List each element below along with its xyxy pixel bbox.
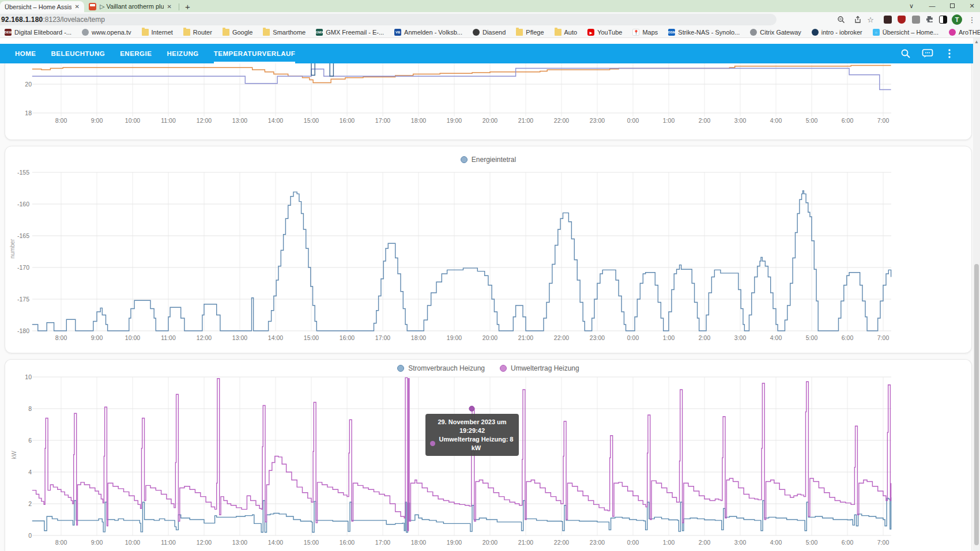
window-minimize-button[interactable]: —	[924, 1, 940, 10]
y-axis-title: kW	[11, 451, 17, 459]
svg-text:7:00: 7:00	[877, 334, 889, 341]
browser-tab-home-assistant[interactable]: Übersicht – Home Assistant ✕	[0, 1, 84, 12]
zoom-icon[interactable]	[835, 14, 847, 25]
tab-energie[interactable]: ENERGIE	[120, 44, 152, 63]
bookmark-label: Digital Eliteboard -...	[14, 29, 71, 36]
bookmark-item[interactable]: DEBDigital Eliteboard -...	[5, 29, 71, 36]
tab-title: ▷ Vaillant arotherm plus VWL 3	[100, 3, 164, 10]
svg-text:1:00: 1:00	[663, 117, 675, 124]
svg-text:18: 18	[25, 110, 32, 116]
svg-text:11:00: 11:00	[161, 117, 176, 124]
bookmark-item[interactable]: AroTHERM plus VW...	[949, 29, 980, 36]
svg-text:3:00: 3:00	[734, 117, 747, 124]
legend-item-umweltertrag[interactable]: Umweltertrag Heizung	[500, 364, 579, 372]
bookmark-item[interactable]: GMXGMX Freemail - E-...	[316, 29, 384, 36]
bookmark-item[interactable]: Pflege	[516, 29, 544, 36]
bookmark-item[interactable]: ⌂Übersicht – Home...	[873, 29, 938, 36]
tab-temperaturverlauf[interactable]: TEMPERATURVERLAUF	[214, 44, 296, 63]
window-chevron-icon[interactable]: ∨	[903, 1, 919, 10]
svg-text:22:00: 22:00	[554, 117, 569, 124]
bookmark-label: intro - iobroker	[821, 29, 862, 36]
svg-text:6:00: 6:00	[842, 334, 854, 341]
bookmark-item[interactable]: 📍Maps	[632, 29, 658, 36]
svg-text:18:00: 18:00	[411, 117, 426, 124]
svg-text:11:00: 11:00	[161, 539, 176, 546]
bookmark-item[interactable]: www.opena.tv	[82, 29, 131, 36]
svg-text:-160: -160	[17, 201, 29, 207]
bookmark-star-icon[interactable]: ☆	[865, 14, 876, 25]
extension-icon-3[interactable]	[910, 14, 922, 25]
chart-legend: Stromverbrauch Heizung Umweltertrag Heiz…	[5, 364, 971, 372]
energy-integral-chart[interactable]: -155-160-165-170-175-1808:009:0010:0011:…	[5, 146, 972, 348]
svg-text:9:00: 9:00	[91, 539, 103, 546]
svg-text:20:00: 20:00	[483, 117, 497, 124]
profile-avatar[interactable]: T	[951, 14, 963, 25]
legend-dot	[461, 156, 468, 163]
new-tab-button[interactable]: +	[185, 2, 190, 12]
tab-beleuchtung[interactable]: BELEUCHTUNG	[51, 44, 105, 63]
svg-text:2:00: 2:00	[699, 334, 711, 341]
svg-text:23:00: 23:00	[590, 539, 605, 546]
share-icon[interactable]	[852, 14, 864, 25]
tab-close-icon[interactable]: ✕	[75, 3, 80, 10]
overflow-menu-icon[interactable]	[938, 47, 960, 61]
legend-item-stromverbrauch[interactable]: Stromverbrauch Heizung	[397, 364, 485, 372]
svg-text:10:00: 10:00	[125, 539, 140, 546]
svg-text:20:00: 20:00	[483, 539, 497, 546]
extension-shield-icon[interactable]	[896, 14, 907, 25]
bookmark-item[interactable]: Auto	[555, 29, 578, 36]
svg-text:21:00: 21:00	[518, 334, 533, 341]
svg-text:20: 20	[25, 81, 32, 88]
bookmark-item[interactable]: Smarthome	[263, 29, 306, 36]
url-address-bar[interactable]: 92.168.1.180:8123/lovelace/temp	[0, 14, 777, 25]
bookmark-item[interactable]: ▶YouTube	[587, 29, 622, 36]
svg-text:15:00: 15:00	[304, 539, 319, 546]
svg-text:14:00: 14:00	[268, 117, 283, 124]
svg-text:3:00: 3:00	[734, 539, 747, 546]
bookmark-item[interactable]: Diasend	[473, 29, 506, 36]
extension-darkreader-icon[interactable]	[937, 14, 949, 25]
bookmark-label: YouTube	[597, 29, 622, 36]
tooltip-value: Umweltertrag Heizung: 8 kW	[438, 435, 514, 452]
assist-chat-icon[interactable]	[917, 47, 938, 61]
svg-text:17:00: 17:00	[375, 539, 390, 546]
svg-text:-170: -170	[17, 264, 29, 271]
window-close-button[interactable]: ✕	[964, 1, 980, 10]
bookmark-item[interactable]: Citrix Gateway	[750, 29, 801, 36]
svg-text:6: 6	[28, 437, 32, 444]
svg-text:17:00: 17:00	[375, 117, 390, 124]
bookmark-item[interactable]: intro - iobroker	[812, 29, 862, 36]
extension-icon-1[interactable]	[882, 14, 894, 25]
browser-tab-vaillant[interactable]: ▷ Vaillant arotherm plus VWL 3 ✕	[84, 1, 176, 12]
url-host: 92.168.1.180	[1, 16, 43, 24]
window-restore-button[interactable]	[944, 1, 960, 10]
svg-text:14:00: 14:00	[268, 539, 283, 546]
site-square-icon: VB	[394, 29, 401, 36]
legend-item-energieintetral[interactable]: Energieintetral	[461, 156, 516, 164]
extensions-puzzle-icon[interactable]	[925, 14, 936, 25]
bookmark-label: Maps	[642, 29, 658, 36]
scrollbar-up-arrow-icon[interactable]: ▲	[973, 39, 980, 44]
svg-text:11:00: 11:00	[161, 334, 176, 341]
folder-icon	[555, 29, 561, 36]
tab-heizung[interactable]: HEIZUNG	[167, 44, 198, 63]
temperature-chart[interactable]: 20188:009:0010:0011:0012:0013:0014:0015:…	[5, 63, 972, 140]
svg-text:10: 10	[25, 373, 32, 380]
search-icon[interactable]	[895, 47, 917, 61]
svg-text:4:00: 4:00	[770, 539, 782, 546]
bookmark-item[interactable]: VBAnmelden - Volksb...	[394, 29, 462, 36]
tooltip-series-dot	[430, 441, 435, 446]
browser-menu-icon[interactable]: ⋮	[966, 14, 978, 25]
svg-text:10:00: 10:00	[125, 117, 140, 124]
bookmark-item[interactable]: DSMStrike-NAS - Synolo...	[668, 29, 740, 36]
bookmark-item[interactable]: Router	[183, 29, 212, 36]
bookmark-item[interactable]: Google	[223, 29, 252, 36]
page-scrollbar[interactable]: ▲	[973, 38, 980, 551]
svg-text:5:00: 5:00	[806, 539, 818, 546]
svg-text:2:00: 2:00	[699, 539, 711, 546]
folder-icon	[183, 29, 190, 36]
tab-close-icon[interactable]: ✕	[167, 3, 172, 10]
scrollbar-thumb[interactable]	[974, 264, 979, 545]
bookmark-item[interactable]: Internet	[142, 29, 173, 36]
tab-home[interactable]: HOME	[15, 44, 36, 63]
